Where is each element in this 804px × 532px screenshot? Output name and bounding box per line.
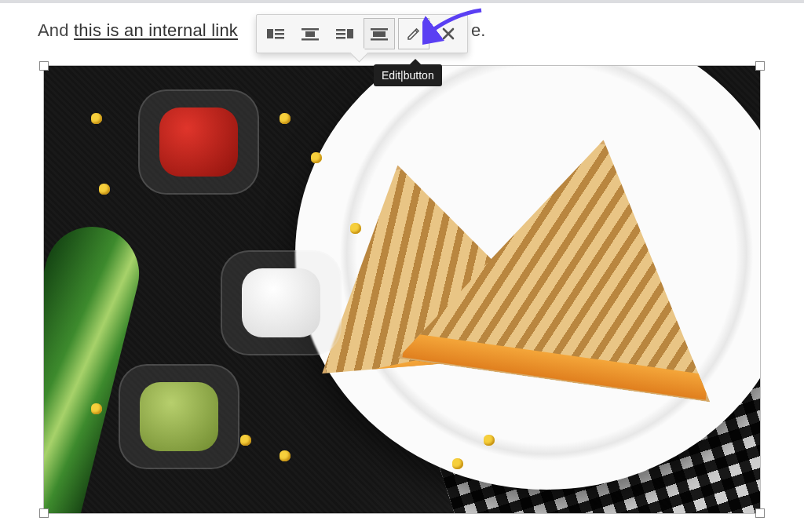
close-icon: [441, 27, 455, 41]
align-right-icon: [336, 27, 353, 41]
resize-handle-top-right[interactable]: [755, 61, 765, 71]
image-content: [44, 66, 760, 513]
svg-rect-9: [336, 33, 345, 35]
align-center-icon: [302, 27, 319, 41]
svg-rect-13: [371, 38, 388, 41]
align-none-icon: [371, 27, 388, 41]
align-left-button[interactable]: [260, 18, 291, 49]
svg-rect-10: [336, 37, 345, 39]
svg-rect-11: [371, 28, 388, 31]
svg-rect-1: [275, 29, 284, 31]
resize-handle-bottom-right[interactable]: [755, 508, 765, 518]
svg-rect-2: [275, 33, 284, 35]
align-left-icon: [267, 27, 284, 41]
image-toolbar: [256, 14, 468, 53]
align-none-button[interactable]: [364, 18, 395, 49]
remove-button[interactable]: [433, 18, 464, 49]
tooltip-text: Edit|button: [382, 69, 434, 82]
paragraph-suffix: e.: [471, 20, 485, 41]
svg-rect-6: [302, 38, 319, 41]
resize-handle-top-left[interactable]: [39, 61, 49, 71]
align-right-button[interactable]: [329, 18, 360, 49]
edit-button[interactable]: [398, 18, 429, 49]
internal-link[interactable]: this is an internal link: [74, 20, 238, 40]
svg-rect-5: [305, 31, 315, 37]
align-center-button[interactable]: [294, 18, 326, 49]
svg-rect-12: [373, 31, 386, 37]
svg-rect-8: [336, 29, 345, 31]
svg-rect-0: [267, 29, 273, 38]
svg-rect-4: [302, 28, 319, 31]
svg-rect-7: [347, 29, 353, 38]
selected-image[interactable]: [44, 66, 760, 513]
paragraph: And this is an internal link: [38, 20, 238, 41]
tooltip: Edit|button: [374, 64, 442, 86]
svg-rect-3: [275, 37, 284, 39]
pencil-icon: [406, 26, 422, 42]
resize-handle-bottom-left[interactable]: [39, 508, 49, 518]
paragraph-prefix: And: [38, 20, 74, 40]
